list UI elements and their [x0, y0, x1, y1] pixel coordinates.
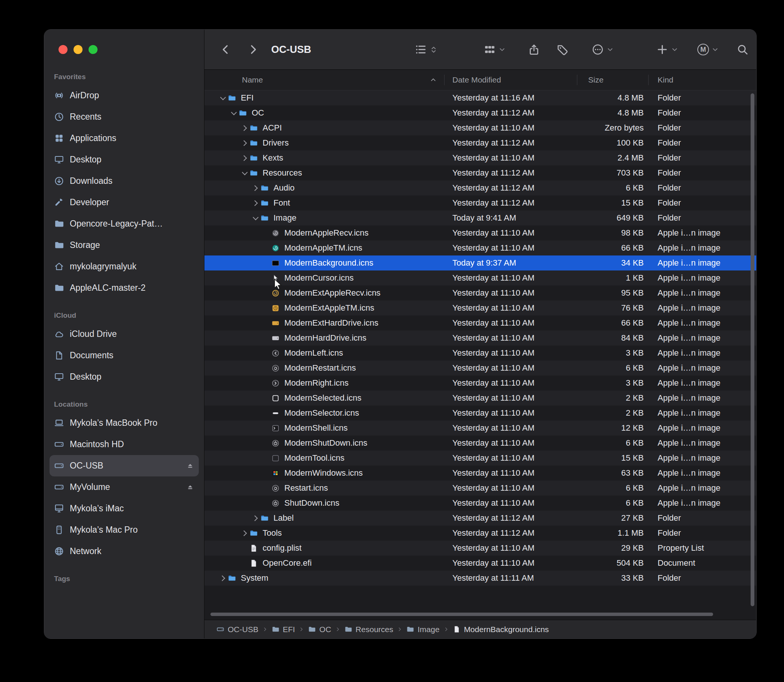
- column-header-kind[interactable]: Kind: [648, 70, 756, 90]
- sidebar-item-storage[interactable]: Storage: [49, 234, 199, 256]
- sidebar-item-airdrop[interactable]: AirDrop: [49, 85, 199, 106]
- disclosure-triangle[interactable]: [250, 516, 260, 520]
- path-item-modernbackground-icns[interactable]: ModernBackground.icns: [453, 625, 549, 634]
- back-button[interactable]: [220, 43, 231, 56]
- path-item-resources[interactable]: Resources: [344, 625, 393, 634]
- file-row-moderntool-icns[interactable]: ModernTool.icnsYesterday at 11:10 AM15 K…: [204, 451, 756, 465]
- column-separator[interactable]: [648, 75, 649, 85]
- disclosure-triangle[interactable]: [250, 217, 260, 220]
- file-row-modernselector-icns[interactable]: ModernSelector.icnsYesterday at 11:10 AM…: [204, 406, 756, 421]
- disclosure-triangle[interactable]: [218, 97, 228, 99]
- view-mode-button[interactable]: [414, 43, 438, 56]
- file-row-moderncursor-icns[interactable]: ModernCursor.icnsYesterday at 11:10 AM1 …: [204, 271, 756, 285]
- more-actions-button[interactable]: [591, 43, 614, 56]
- sidebar-item-macintosh-hd[interactable]: Macintosh HD: [49, 433, 199, 455]
- sidebar-item-myvolume[interactable]: MyVolume: [49, 476, 199, 498]
- disclosure-triangle[interactable]: [218, 576, 228, 580]
- eject-icon[interactable]: [186, 462, 194, 470]
- sidebar-item-icloud-drive[interactable]: iCloud Drive: [49, 323, 199, 345]
- file-row-modernleft-icns[interactable]: ModernLeft.icnsYesterday at 11:10 AM3 KB…: [204, 346, 756, 360]
- close-button[interactable]: [59, 45, 67, 54]
- sidebar-item-mykolagrymalyuk[interactable]: mykolagrymalyuk: [49, 256, 199, 277]
- sidebar-item-desktop[interactable]: Desktop: [49, 366, 199, 387]
- name-cell: ModernSelector.icns: [204, 406, 444, 421]
- disclosure-triangle[interactable]: [229, 112, 239, 115]
- file-row-modernshell-icns[interactable]: ModernShell.icnsYesterday at 11:10 AM12 …: [204, 421, 756, 435]
- main-area: OC-USB M NameDate ModifiedSizeKind EFIYe…: [204, 30, 756, 639]
- file-row-modernappletm-icns[interactable]: ModernAppleTM.icnsYesterday at 11:10 AM6…: [204, 241, 756, 255]
- path-item-image[interactable]: Image: [406, 625, 439, 634]
- file-row-label[interactable]: LabelYesterday at 11:12 AM27 KBFolder: [204, 511, 756, 526]
- file-row-modernextharddrive-icns[interactable]: ModernExtHardDrive.icnsYesterday at 11:1…: [204, 316, 756, 330]
- file-row-oc[interactable]: OCYesterday at 11:12 AM4.8 MBFolder: [204, 105, 756, 120]
- file-row-modernright-icns[interactable]: ModernRight.icnsYesterday at 11:10 AM3 K…: [204, 376, 756, 390]
- share-button[interactable]: [528, 43, 540, 56]
- vertical-scrollbar[interactable]: [751, 93, 754, 606]
- file-row-shutdown-icns[interactable]: ShutDown.icnsYesterday at 11:10 AM6 KBAp…: [204, 496, 756, 511]
- disclosure-triangle[interactable]: [240, 141, 249, 145]
- zoom-button[interactable]: [89, 45, 97, 54]
- file-row-acpi[interactable]: ACPIYesterday at 11:10 AMZero bytesFolde…: [204, 120, 756, 135]
- disclosure-triangle[interactable]: [240, 156, 249, 160]
- file-row-modernextapplerecv-icns[interactable]: ModernExtAppleRecv.icnsYesterday at 11:1…: [204, 285, 756, 301]
- file-name: OC: [252, 108, 264, 118]
- path-item-oc[interactable]: OC: [308, 625, 331, 634]
- file-row-restart-icns[interactable]: Restart.icnsYesterday at 11:10 AM6 KBApp…: [204, 481, 756, 496]
- date-modified: Yesterday at 11:10 AM: [444, 316, 577, 330]
- sidebar-item-recents[interactable]: Recents: [49, 106, 199, 127]
- sidebar-item-downloads[interactable]: Downloads: [49, 170, 199, 192]
- path-item-oc-usb[interactable]: OC-USB: [217, 625, 258, 634]
- file-row-modernapplerecv-icns[interactable]: ModernAppleRecv.icnsYesterday at 11:10 A…: [204, 225, 756, 241]
- file-row-drivers[interactable]: DriversYesterday at 11:12 AM100 KBFolder: [204, 135, 756, 150]
- column-separator[interactable]: [444, 75, 445, 85]
- sidebar-item-desktop[interactable]: Desktop: [49, 149, 199, 170]
- file-row-kexts[interactable]: KextsYesterday at 11:10 AM2.4 MBFolder: [204, 150, 756, 166]
- search-button[interactable]: [736, 43, 749, 56]
- group-by-button[interactable]: [483, 43, 506, 56]
- column-header-date-modified[interactable]: Date Modified: [444, 70, 577, 90]
- column-header-size[interactable]: Size: [577, 70, 648, 90]
- sidebar-item-mykola-s-imac[interactable]: Mykola’s iMac: [49, 498, 199, 519]
- new-button[interactable]: [656, 43, 678, 56]
- file-row-tools[interactable]: ToolsYesterday at 11:12 AM1.1 MBFolder: [204, 526, 756, 540]
- horizontal-scrollbar[interactable]: [210, 613, 713, 616]
- path-item-efi[interactable]: EFI: [272, 625, 295, 634]
- file-row-config-plist[interactable]: config.plistYesterday at 11:10 AM29 KBPr…: [204, 540, 756, 556]
- file-row-system[interactable]: SystemYesterday at 11:11 AM33 KBFolder: [204, 570, 756, 586]
- tags-button[interactable]: [556, 43, 569, 56]
- sidebar-item-oc-usb[interactable]: OC-USB: [49, 455, 199, 476]
- disclosure-triangle[interactable]: [240, 172, 249, 174]
- sidebar-item-label: Opencore-Legacy-Pat…: [70, 219, 163, 229]
- minimize-button[interactable]: [73, 45, 83, 54]
- file-row-modernselected-icns[interactable]: ModernSelected.icnsYesterday at 11:10 AM…: [204, 390, 756, 406]
- file-row-modernharddrive-icns[interactable]: ModernHardDrive.icnsYesterday at 11:10 A…: [204, 330, 756, 346]
- file-row-opencore-efi[interactable]: OpenCore.efiYesterday at 11:10 AM504 KBD…: [204, 556, 756, 570]
- file-row-modernwindows-icns[interactable]: ModernWindows.icnsYesterday at 11:10 AM6…: [204, 465, 756, 481]
- file-row-modernbackground-icns[interactable]: ModernBackground.icnsToday at 9:37 AM34 …: [204, 255, 756, 271]
- column-header-name[interactable]: Name: [204, 70, 444, 90]
- eject-icon[interactable]: [186, 483, 194, 491]
- disclosure-triangle[interactable]: [240, 126, 249, 130]
- sidebar-item-documents[interactable]: Documents: [49, 345, 199, 366]
- disclosure-triangle[interactable]: [240, 531, 249, 535]
- sidebar-item-mykola-s-macbook-pro[interactable]: Mykola’s MacBook Pro: [49, 412, 199, 433]
- forward-button[interactable]: [247, 43, 259, 56]
- column-separator[interactable]: [577, 75, 577, 85]
- sidebar-item-applealc-master-2[interactable]: AppleALC-master-2: [49, 277, 199, 299]
- file-row-image[interactable]: ImageToday at 9:41 AM649 KBFolder: [204, 210, 756, 225]
- account-button[interactable]: M: [697, 44, 719, 56]
- file-row-audio[interactable]: AudioYesterday at 11:12 AM6 KBFolder: [204, 180, 756, 196]
- file-row-efi[interactable]: EFIYesterday at 11:16 AM4.8 MBFolder: [204, 91, 756, 105]
- sidebar-item-developer[interactable]: Developer: [49, 192, 199, 213]
- sidebar-item-mykola-s-mac-pro[interactable]: Mykola’s Mac Pro: [49, 519, 199, 540]
- file-row-modernrestart-icns[interactable]: ModernRestart.icnsYesterday at 11:10 AM6…: [204, 360, 756, 376]
- disclosure-triangle[interactable]: [250, 201, 260, 205]
- file-row-resources[interactable]: ResourcesYesterday at 11:12 AM703 KBFold…: [204, 166, 756, 180]
- file-row-modernshutdown-icns[interactable]: ModernShutDown.icnsYesterday at 11:10 AM…: [204, 435, 756, 451]
- file-row-modernextappletm-icns[interactable]: ModernExtAppleTM.icnsYesterday at 11:10 …: [204, 301, 756, 316]
- sidebar-item-applications[interactable]: Applications: [49, 127, 199, 149]
- file-row-font[interactable]: FontYesterday at 11:12 AM15 KBFolder: [204, 196, 756, 210]
- sidebar-item-opencore-legacy-pat[interactable]: Opencore-Legacy-Pat…: [49, 213, 199, 234]
- disclosure-triangle[interactable]: [250, 186, 260, 190]
- sidebar-item-network[interactable]: Network: [49, 540, 199, 562]
